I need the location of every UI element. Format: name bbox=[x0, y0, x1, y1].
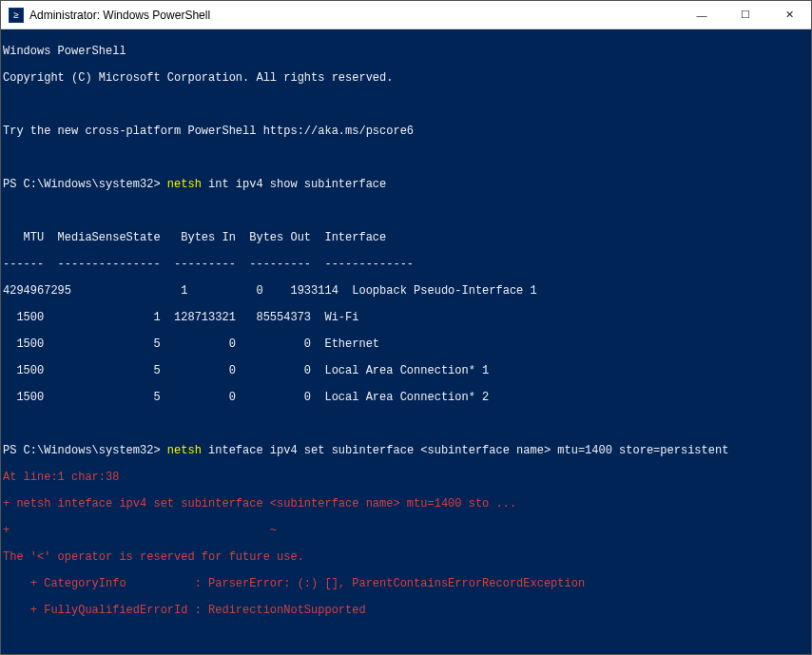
error-line: + CategoryInfo : ParserError: (:) [], Pa… bbox=[3, 577, 811, 590]
table1-divider: ------ --------------- --------- -------… bbox=[3, 258, 811, 271]
table-row: 1500 1 128713321 85554373 Wi-Fi bbox=[3, 311, 811, 324]
banner-line: Windows PowerShell bbox=[3, 45, 811, 58]
cmd1-prog: netsh bbox=[167, 178, 202, 191]
prompt-line-2: PS C:\Windows\system32> netsh inteface i… bbox=[3, 444, 811, 457]
cmd1-args: int ipv4 show subinterface bbox=[202, 178, 386, 191]
table-row: 1500 5 0 0 Ethernet bbox=[3, 337, 811, 351]
blank bbox=[3, 417, 811, 431]
error-line: + FullyQualifiedErrorId : RedirectionNot… bbox=[3, 604, 811, 617]
console-area[interactable]: Windows PowerShell Copyright (C) Microso… bbox=[1, 29, 811, 654]
minimize-button[interactable]: — bbox=[680, 1, 724, 29]
error-line: + ~ bbox=[3, 524, 811, 537]
cmd2-args: inteface ipv4 set subinterface <subinter… bbox=[202, 444, 729, 457]
error-line: At line:1 char:38 bbox=[3, 471, 811, 484]
prompt: PS C:\Windows\system32> bbox=[3, 178, 167, 191]
prompt-line-1: PS C:\Windows\system32> netsh int ipv4 s… bbox=[3, 178, 811, 191]
close-button[interactable]: ✕ bbox=[767, 1, 811, 29]
table-row: 1500 5 0 0 Local Area Connection* 1 bbox=[3, 364, 811, 377]
blank bbox=[3, 151, 811, 164]
copyright-line: Copyright (C) Microsoft Corporation. All… bbox=[3, 71, 811, 85]
powershell-icon: ≥ bbox=[9, 8, 24, 23]
titlebar[interactable]: ≥ Administrator: Windows PowerShell — ☐ … bbox=[1, 1, 811, 29]
maximize-button[interactable]: ☐ bbox=[724, 1, 767, 29]
try-line: Try the new cross-platform PowerShell ht… bbox=[3, 125, 811, 138]
blank bbox=[3, 204, 811, 218]
prompt: PS C:\Windows\system32> bbox=[3, 444, 167, 457]
powershell-window: ≥ Administrator: Windows PowerShell — ☐ … bbox=[0, 0, 812, 655]
blank bbox=[3, 98, 811, 111]
table1-header: MTU MediaSenseState Bytes In Bytes Out I… bbox=[3, 231, 811, 244]
table-row: 1500 5 0 0 Local Area Connection* 2 bbox=[3, 391, 811, 404]
error-line: + netsh inteface ipv4 set subinterface <… bbox=[3, 497, 811, 511]
cmd2-prog: netsh bbox=[167, 444, 202, 457]
blank bbox=[3, 630, 811, 644]
window-title: Administrator: Windows PowerShell bbox=[29, 9, 210, 22]
error-line: The '<' operator is reserved for future … bbox=[3, 550, 811, 564]
table-row: 4294967295 1 0 1933114 Loopback Pseudo-I… bbox=[3, 284, 811, 298]
